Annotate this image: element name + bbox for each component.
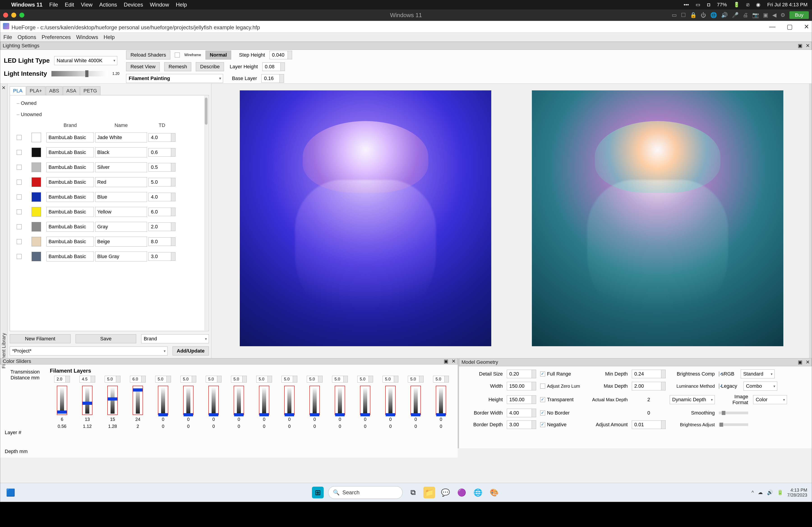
filament-checkbox[interactable] <box>17 224 21 229</box>
layer-slider[interactable] <box>360 386 371 415</box>
filament-checkbox[interactable] <box>17 135 21 140</box>
siri-icon[interactable]: ◉ <box>756 2 760 7</box>
vm-screen-icon[interactable]: ▭ <box>672 12 677 18</box>
vm-buy-button[interactable]: Buy <box>789 11 809 19</box>
filament-swatch[interactable] <box>32 207 41 216</box>
filament-swatch[interactable] <box>32 163 41 172</box>
wireframe-checkbox[interactable] <box>175 52 180 58</box>
mac-menu-file[interactable]: File <box>49 2 58 8</box>
filament-name-input[interactable]: Blue <box>95 192 147 202</box>
layer-slider[interactable] <box>335 386 345 415</box>
vm-camera-icon[interactable]: 📷 <box>752 12 759 18</box>
vm-display-icon[interactable]: ▣ <box>763 12 768 18</box>
layer-slider[interactable] <box>259 386 269 415</box>
led-type-combo[interactable]: Natural White 4000K <box>54 56 117 65</box>
group-unowned[interactable]: –Unowned <box>17 109 203 120</box>
layer-slider[interactable] <box>410 386 421 415</box>
filament-list-scrollbar[interactable] <box>204 96 208 330</box>
remesh-button[interactable]: Remesh <box>164 62 191 71</box>
panel-close-icon[interactable]: ✕ <box>452 358 455 364</box>
toggle-icon[interactable]: ⎚ <box>746 2 749 7</box>
project-combo[interactable]: *Project* <box>10 346 168 356</box>
step-height-input[interactable]: 0.040 <box>270 51 292 59</box>
filament-brand-input[interactable]: BambuLab Basic <box>46 133 94 142</box>
legacy-checkbox[interactable] <box>719 383 719 389</box>
border-width-input[interactable]: 4.00 <box>507 409 536 417</box>
layer-td-input[interactable]: 5.0 <box>206 376 221 382</box>
dynamic-depth-combo[interactable]: Dynamic Depth <box>670 395 715 404</box>
filament-swatch[interactable] <box>32 177 41 187</box>
layer-slider[interactable] <box>208 386 219 415</box>
filament-name-input[interactable]: Red <box>95 177 147 187</box>
filament-swatch[interactable] <box>32 252 41 261</box>
brightness-comp-combo[interactable]: Standard <box>741 370 774 378</box>
reset-view-button[interactable]: Reset View <box>126 62 160 71</box>
window-minimize-icon[interactable]: — <box>769 23 775 30</box>
tray-battery-icon[interactable]: 🔋 <box>777 490 783 495</box>
vm-back-icon[interactable]: ◀ <box>772 12 777 18</box>
base-layer-input[interactable]: 0.16 <box>261 74 284 83</box>
battery-icon[interactable]: 🔋 <box>734 2 740 7</box>
height-input[interactable]: 150.00 <box>507 395 536 404</box>
min-depth-input[interactable]: 0.24 <box>632 370 666 378</box>
srgb-checkbox[interactable] <box>719 372 719 376</box>
layer-td-input[interactable]: 5.0 <box>105 376 120 382</box>
filament-checkbox[interactable] <box>17 180 21 185</box>
layer-slider[interactable] <box>158 386 168 415</box>
layer-slider[interactable] <box>436 386 446 415</box>
filament-name-input[interactable]: Yellow <box>95 207 147 217</box>
layer-td-input[interactable]: 5.0 <box>231 376 247 382</box>
filament-library-close-icon[interactable]: ✕ <box>2 85 6 91</box>
mac-menu-edit[interactable]: Edit <box>65 2 74 8</box>
start-button[interactable]: ⊞ <box>312 487 324 498</box>
vm-lock-icon[interactable]: 🔒 <box>690 12 697 18</box>
filament-td-input[interactable]: 4.0 <box>148 193 175 201</box>
discord-icon[interactable]: 🟣 <box>456 487 467 498</box>
vm-gear-icon[interactable]: ⚙ <box>780 12 785 18</box>
filament-checkbox[interactable] <box>17 150 21 155</box>
filament-td-input[interactable]: 0.5 <box>148 163 175 171</box>
preview-scrollbar[interactable] <box>809 84 812 358</box>
layer-td-input[interactable]: 5.0 <box>332 376 348 382</box>
explorer-icon[interactable]: 📁 <box>423 487 435 498</box>
layer-td-input[interactable]: 5.0 <box>180 376 196 382</box>
filament-swatch[interactable] <box>32 192 41 202</box>
mac-menu-devices[interactable]: Devices <box>124 2 143 8</box>
preview-processed[interactable] <box>240 90 491 346</box>
filament-painting-combo[interactable]: Filament Painting <box>126 74 223 83</box>
menu-file[interactable]: File <box>3 34 12 40</box>
filament-name-input[interactable]: Gray <box>95 222 147 232</box>
mac-menu-help[interactable]: Help <box>176 2 187 8</box>
add-update-button[interactable]: Add/Update <box>173 346 209 356</box>
tray-sound-icon[interactable]: 🔊 <box>767 490 773 495</box>
filament-brand-input[interactable]: BambuLab Basic <box>46 252 94 261</box>
group-owned[interactable]: –Owned <box>17 97 203 109</box>
layer-height-input[interactable]: 0.08 <box>262 62 285 71</box>
window-maximize-icon[interactable]: ▢ <box>787 23 793 30</box>
reload-shaders-button[interactable]: Reload Shaders <box>126 50 170 60</box>
layer-slider[interactable] <box>385 386 396 415</box>
filament-td-input[interactable]: 2.0 <box>148 223 175 231</box>
filament-brand-input[interactable]: BambuLab Basic <box>46 237 94 246</box>
tab-abs[interactable]: ABS <box>46 86 62 95</box>
record-icon[interactable]: ◘ <box>707 2 710 7</box>
panel-close-icon[interactable]: ✕ <box>806 359 810 365</box>
widgets-button[interactable]: 🟦 <box>5 487 16 498</box>
layer-slider[interactable] <box>82 386 92 415</box>
vm-print-icon[interactable]: 🖨 <box>743 12 748 18</box>
detail-size-input[interactable]: 0.20 <box>507 370 536 378</box>
adjust-amount-input[interactable]: 0.01 <box>632 420 666 429</box>
screen-icon[interactable]: ▭ <box>696 2 700 7</box>
layer-td-input[interactable]: 5.0 <box>307 376 322 382</box>
panel-popout-icon[interactable]: ▣ <box>798 43 802 49</box>
width-input[interactable]: 150.00 <box>507 382 536 390</box>
tab-petg[interactable]: PETG <box>80 86 100 95</box>
menu-windows[interactable]: Windows <box>76 34 98 40</box>
filament-checkbox[interactable] <box>17 209 21 214</box>
max-depth-input[interactable]: 2.00 <box>632 382 666 390</box>
brand-combo[interactable]: Brand <box>141 334 209 343</box>
layer-td-input[interactable]: 5.0 <box>357 376 373 382</box>
border-depth-input[interactable]: 3.00 <box>507 420 536 429</box>
layer-slider[interactable] <box>107 386 118 415</box>
hueforge-taskbar-icon[interactable]: 🎨 <box>488 487 500 498</box>
